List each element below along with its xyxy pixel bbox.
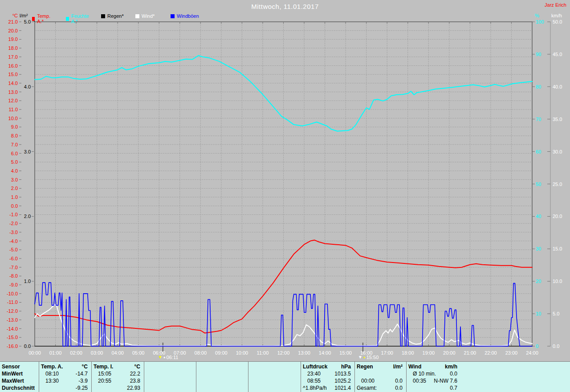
stats-cell-row: 00:000.0 — [355, 377, 406, 384]
time-tick-label: 15:00 — [339, 350, 352, 356]
temp-tick-label: 2.0 — [11, 186, 18, 191]
sun-time-label: 15:50 — [366, 355, 379, 360]
temp-tick-label: 6.0 — [11, 151, 18, 156]
legend-swatch-icon — [66, 17, 69, 21]
legend-item-wind: Wind* — [135, 13, 155, 19]
time-tick-label: 20:00 — [443, 350, 456, 356]
temp-tick-label: -1.0 — [9, 212, 18, 217]
temp-tick-label: 20.0 — [8, 28, 18, 33]
humidity-tick-label: 20 — [536, 279, 541, 284]
temp-tick-label: -10.0 — [7, 291, 18, 296]
stats-cell-row — [144, 363, 196, 370]
windspeed-tick-label: 15.0 — [553, 246, 562, 251]
min-time: 15:05 — [94, 370, 111, 377]
temp-tick-label: -9.0 — [9, 282, 18, 287]
stats-cell-row: Gesamt:0.0 — [355, 384, 406, 392]
sun-time-label: 06:11 — [167, 355, 179, 360]
humidity-tick-label: 90 — [536, 52, 541, 57]
min-time: 23:40 — [303, 370, 321, 377]
max-value: 1025.2 — [334, 377, 351, 384]
max-time — [250, 377, 255, 384]
avg-value: -9.25 — [76, 384, 88, 392]
temp-tick-label: 12.0 — [8, 98, 18, 103]
sensor-name: Temp. I. — [94, 363, 113, 370]
temp-tick-label: 11.0 — [8, 107, 18, 112]
temp-tick-label: -6.0 — [9, 256, 18, 261]
stats-cell-row — [144, 384, 196, 392]
stats-cell-row: 22.93 — [92, 384, 144, 392]
temp-tick-label: 14.0 — [8, 81, 18, 86]
sensor-name: Luftdruck — [303, 363, 327, 370]
time-tick-label: 17:00 — [381, 350, 393, 356]
legend-label: Regen* — [107, 13, 124, 19]
stats-cell-row: 13:30-3.9 — [39, 377, 91, 384]
stats-cell-row: 15:0522.2 — [92, 370, 144, 377]
windspeed-tick-label: 40.0 — [553, 84, 562, 89]
windspeed-tick-label: 0.0 — [553, 344, 559, 349]
rain-tick-label: 2.0 — [24, 214, 31, 219]
stats-row-label: Durchschnitt — [0, 384, 39, 392]
temp-tick-label: 5.0 — [11, 159, 18, 165]
max-value: 23.8 — [130, 377, 140, 384]
legend-label: Windböen — [177, 13, 199, 19]
stats-cell-row: Regenl/m² — [355, 363, 406, 370]
time-tick-label: 09:00 — [215, 350, 228, 356]
humidity-tick-label: 0 — [536, 344, 538, 349]
humidity-axis-unit: % — [535, 13, 539, 18]
rain-tick-label: 5.0 — [24, 19, 31, 24]
stats-row-label-text: Durchschnitt — [2, 384, 35, 392]
page-title: Mittwoch, 11.01.2017 — [0, 3, 570, 10]
min-value: 22.2 — [130, 370, 140, 377]
max-time — [146, 377, 151, 384]
time-tick-label: 18:00 — [402, 350, 414, 356]
temp-tick-label: 1.0 — [11, 194, 18, 200]
stats-cell-row: -9.25 — [39, 384, 91, 392]
legend-swatch-icon — [101, 14, 105, 18]
temp-tick-label: -4.0 — [9, 238, 18, 244]
stats-row-label-text: Sensor — [2, 363, 20, 370]
legend-swatch-icon — [32, 17, 35, 21]
temp-tick-label: -12.0 — [7, 308, 18, 314]
temp-tick-label: 3.0 — [11, 177, 18, 182]
avg-label: Gesamt: — [357, 384, 377, 392]
temp-tick-label: 10.0 — [8, 116, 18, 121]
stats-cell-row — [196, 363, 248, 370]
temp-tick-label: -5.0 — [9, 247, 18, 252]
sensor-unit: °C — [134, 363, 140, 370]
temp-tick-label: -11.0 — [7, 299, 18, 305]
stats-cell-row — [196, 377, 248, 384]
weather-app-window: Mittwoch, 11.01.2017 Jarz Erich Temp. A.… — [0, 0, 570, 392]
sensor-name: Temp. A. — [41, 363, 63, 370]
stats-cell-row — [144, 377, 196, 384]
stats-column-empty — [248, 362, 301, 392]
time-tick-label: 19:00 — [423, 350, 435, 356]
stats-rowlabel-column: SensorMinWertMaxWertDurchschnitt — [0, 362, 39, 392]
sensor-name: Wind — [408, 363, 421, 370]
rain-axis-unit: l/m² — [20, 13, 31, 18]
rain-tick-label: 4.0 — [24, 84, 31, 89]
time-tick-label: 13:00 — [298, 350, 310, 356]
temp-tick-label: -2.0 — [9, 221, 18, 226]
avg-value: 22.93 — [127, 384, 140, 392]
stats-row-label-text: MaxWert — [2, 377, 24, 384]
stats-cell-row — [248, 384, 301, 392]
sunrise-marker: ▼▲06:11 — [158, 355, 179, 360]
stats-column-regen: Regenl/m²00:000.0Gesamt:0.0 — [355, 362, 407, 392]
max-value: 0.0 — [395, 377, 403, 384]
max-time: 20:55 — [94, 377, 111, 384]
stats-cell-row: LuftdruckhPa — [301, 363, 354, 370]
legend-label: Wind* — [142, 13, 155, 19]
stats-cell-row: Temp. I.°C — [92, 363, 144, 370]
stats-row-label: MinWert — [0, 370, 39, 377]
windspeed-tick-label: 25.0 — [553, 182, 562, 187]
min-value: -14.7 — [76, 370, 88, 377]
legend-item-regen: Regen* — [101, 13, 124, 19]
stats-cell-row: 20:5523.8 — [92, 377, 144, 384]
temp-tick-label: 17.0 — [8, 54, 18, 60]
stats-cell-row — [196, 370, 248, 377]
stats-cell-row — [196, 384, 248, 392]
stats-column-tempi: Temp. I.°C15:0522.220:5523.822.93 — [92, 362, 144, 392]
humidity-tick-label: 40 — [536, 214, 541, 219]
temp-tick-label: 4.0 — [11, 168, 18, 174]
avg-value: 0.0 — [395, 384, 403, 392]
